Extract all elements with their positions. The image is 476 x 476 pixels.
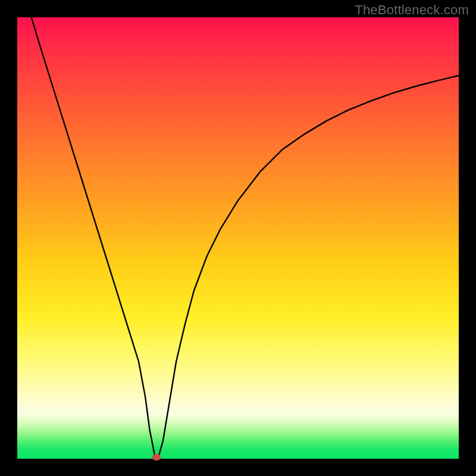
chart-stage: TheBottleneck.com	[0, 0, 476, 476]
min-point-marker	[152, 454, 161, 461]
curve-path	[32, 17, 459, 456]
plot-area	[17, 17, 459, 459]
curve-layer	[17, 17, 459, 459]
watermark-text: TheBottleneck.com	[355, 2, 469, 18]
